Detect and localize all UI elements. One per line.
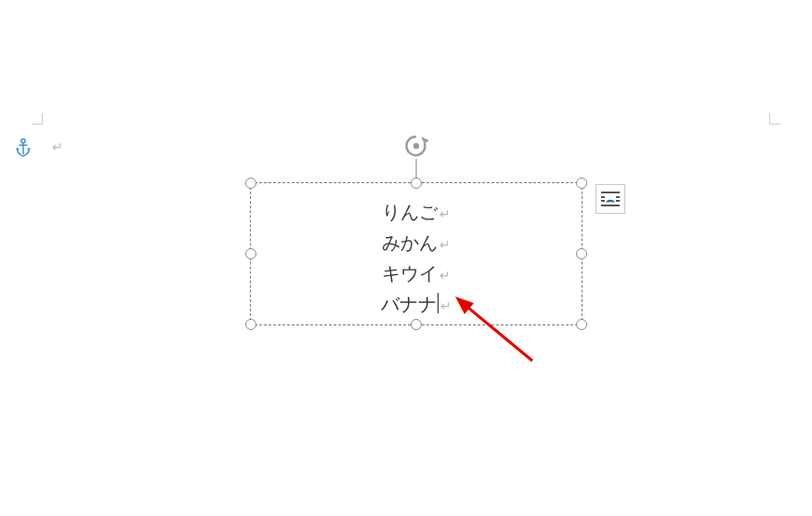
layout-options-button[interactable] bbox=[596, 184, 625, 214]
text-box-content[interactable]: りんご↵みかん↵キウイ↵バナナ↵ bbox=[251, 183, 582, 328]
svg-point-0 bbox=[21, 139, 25, 142]
resize-handle-bottom-middle[interactable] bbox=[411, 319, 422, 330]
svg-rect-5 bbox=[601, 205, 620, 206]
svg-rect-8 bbox=[616, 196, 620, 198]
paragraph-mark: ↵ bbox=[440, 299, 452, 313]
paragraph-mark: ↵ bbox=[439, 238, 451, 252]
resize-handle-top-left[interactable] bbox=[245, 178, 256, 189]
page-margin-corner-top-left bbox=[28, 110, 43, 125]
svg-rect-9 bbox=[616, 200, 620, 202]
text-line[interactable]: キウイ↵ bbox=[260, 259, 572, 290]
text-line[interactable]: みかん↵ bbox=[260, 229, 572, 259]
paragraph-mark: ↵ bbox=[52, 139, 63, 155]
text-line-text: りんご bbox=[382, 202, 438, 222]
svg-point-3 bbox=[413, 143, 419, 149]
resize-handle-bottom-left[interactable] bbox=[245, 319, 256, 330]
paragraph-mark: ↵ bbox=[439, 269, 451, 283]
text-box[interactable]: りんご↵みかん↵キウイ↵バナナ↵ bbox=[250, 182, 583, 325]
text-line-text: バナナ bbox=[381, 294, 437, 314]
text-line[interactable]: バナナ↵ bbox=[260, 290, 572, 321]
resize-handle-middle-right[interactable] bbox=[576, 248, 587, 259]
resize-handle-top-middle[interactable] bbox=[411, 178, 422, 189]
svg-rect-6 bbox=[601, 196, 605, 198]
svg-rect-7 bbox=[601, 200, 605, 202]
resize-handle-top-right[interactable] bbox=[576, 178, 587, 189]
anchor-icon[interactable] bbox=[15, 138, 32, 158]
resize-handle-middle-left[interactable] bbox=[245, 248, 256, 259]
text-line-text: キウイ bbox=[382, 263, 438, 284]
rotation-handle-icon[interactable] bbox=[403, 133, 429, 159]
page-margin-corner-top-right bbox=[769, 110, 784, 125]
text-line-text: みかん bbox=[382, 232, 438, 253]
resize-handle-bottom-right[interactable] bbox=[576, 319, 587, 330]
text-cursor bbox=[438, 293, 439, 313]
svg-rect-4 bbox=[601, 192, 620, 193]
text-line[interactable]: りんご↵ bbox=[260, 198, 572, 229]
svg-rect-10 bbox=[607, 203, 615, 205]
paragraph-mark: ↵ bbox=[439, 207, 451, 221]
